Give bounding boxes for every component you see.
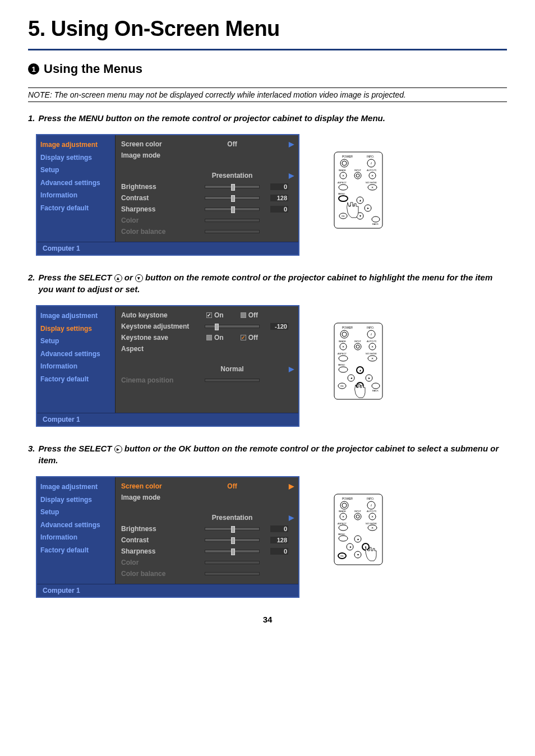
svg-text:▴: ▴ xyxy=(359,199,361,202)
osd1-mi-setup: Setup xyxy=(37,164,115,177)
svg-text:▸: ▸ xyxy=(367,206,369,210)
osd1-colorbalance-label: Color balance xyxy=(121,228,194,236)
svg-text:ASPECT: ASPECT xyxy=(338,522,347,525)
checkbox-icon xyxy=(206,312,212,318)
remote-label-ok: OK xyxy=(342,215,345,218)
checkbox-icon xyxy=(206,335,212,340)
osd1-screencolor-value: Off xyxy=(194,140,270,148)
osd3-contrast-label: Contrast xyxy=(121,536,194,544)
svg-text:INPUT: INPUT xyxy=(354,340,362,343)
osd2-autokeystone-on: On xyxy=(214,311,224,319)
slider-color xyxy=(205,561,260,564)
svg-text:✕: ✕ xyxy=(371,174,373,177)
svg-text:MENU: MENU xyxy=(338,533,345,536)
note-rule-bottom xyxy=(28,102,507,102)
osd-menu-3: Image adjustment Display settings Setup … xyxy=(36,476,299,598)
slider-colorbalance xyxy=(205,572,260,575)
osd2-keystoneadj-label: Keystone adjustment xyxy=(121,322,194,330)
osd1-imagemode-value: Presentation xyxy=(194,172,270,179)
remote-label-menu: MENU xyxy=(338,192,345,195)
osd2-aspect-value: Normal xyxy=(194,365,270,373)
remote-label-image: IMAGE xyxy=(339,169,346,172)
remote-diagram-menu: POWER INFO. i IMAGE INPUT AUTO PC ✕ ✕ AS… xyxy=(333,151,384,229)
osd-menu-1: Image adjustment Display settings Setup … xyxy=(36,134,299,256)
svg-text:▴: ▴ xyxy=(357,537,359,541)
right-arrow-icon: ▸ xyxy=(114,445,122,453)
figure-row-2: Image adjustment Display settings Setup … xyxy=(36,305,507,427)
step-1: 1. Press the MENU button on the remote c… xyxy=(28,112,507,124)
section-bullet: 1 xyxy=(28,63,39,75)
checkbox-icon xyxy=(241,312,246,318)
svg-text:INPUT: INPUT xyxy=(354,510,362,513)
osd2-footer: Computer 1 xyxy=(37,413,298,426)
osd3-mi-factory-default: Factory default xyxy=(37,544,115,557)
note-rule-top xyxy=(28,87,507,88)
svg-text:AUTO PC: AUTO PC xyxy=(367,510,377,513)
up-arrow-icon: ▴ xyxy=(114,274,122,282)
osd3-screencolor-label: Screen color xyxy=(121,482,194,490)
osd3-mi-display-settings: Display settings xyxy=(37,494,115,506)
osd3-brightness-label: Brightness xyxy=(121,525,194,533)
svg-text:✕: ✕ xyxy=(342,174,344,177)
osd2-sidebar: Image adjustment Display settings Setup … xyxy=(37,306,116,413)
osd1-brightness-label: Brightness xyxy=(121,183,194,191)
osd1-mi-advanced-settings: Advanced settings xyxy=(37,177,115,190)
osd3-imagemode-label: Image mode xyxy=(121,494,194,501)
osd3-screencolor-value: Off xyxy=(194,482,270,490)
step-1-text: Press the MENU button on the remote cont… xyxy=(39,112,507,124)
svg-text:i: i xyxy=(371,161,372,165)
osd3-brightness-value: 0 xyxy=(270,525,288,532)
osd2-mi-image-adjustment: Image adjustment xyxy=(37,310,115,322)
remote-label-autopc: AUTO PC xyxy=(367,169,377,172)
osd3-sharpness-label: Sharpness xyxy=(121,547,194,555)
osd3-sharpness-value: 0 xyxy=(270,548,288,555)
osd1-brightness-value: 0 xyxy=(270,183,288,190)
remote-label-input: INPUT xyxy=(354,169,362,172)
osd3-contrast-value: 128 xyxy=(270,537,288,543)
osd2-keystoneadj-value: -120 xyxy=(270,323,288,330)
osd2-cinemapos-label: Cinema position xyxy=(121,376,194,384)
slider-brightness xyxy=(205,527,260,531)
osd2-mi-information: Information xyxy=(37,360,115,373)
slider-contrast xyxy=(205,538,260,542)
osd1-imagemode-label: Image mode xyxy=(121,151,194,159)
osd3-footer: Computer 1 xyxy=(37,584,298,597)
osd1-mi-display-settings: Display settings xyxy=(37,151,115,164)
svg-text:OK: OK xyxy=(340,385,344,388)
svg-text:INFO.: INFO. xyxy=(367,326,374,329)
osd2-keystonesave-on: On xyxy=(214,334,224,342)
step-3-text: Press the SELECT ▸ button or the OK butt… xyxy=(39,442,507,466)
osd2-keystonesave-off: Off xyxy=(248,334,258,342)
osd3-mi-advanced-settings: Advanced settings xyxy=(37,519,115,532)
page-number: 34 xyxy=(28,615,507,624)
right-arrow-icon: ▶ xyxy=(288,172,294,179)
slider-contrast xyxy=(205,196,260,200)
slider-brightness xyxy=(205,185,260,188)
osd3-mi-setup: Setup xyxy=(37,506,115,519)
figure-row-3: Image adjustment Display settings Setup … xyxy=(36,476,507,598)
osd2-mi-factory-default: Factory default xyxy=(37,373,115,386)
note-text: NOTE: The on-screen menu may not be disp… xyxy=(28,89,507,100)
slider-cinemapos xyxy=(205,379,260,382)
remote-label-back: BACK xyxy=(372,223,379,225)
osd3-mi-image-adjustment: Image adjustment xyxy=(37,481,115,494)
svg-text:✕: ✕ xyxy=(371,357,373,360)
svg-text:BACK: BACK xyxy=(372,389,379,392)
osd2-autokeystone-off: Off xyxy=(248,311,258,319)
remote-label-info: INFO. xyxy=(367,155,374,158)
step-2-num: 2. xyxy=(28,271,35,295)
figure-row-1: Image adjustment Display settings Setup … xyxy=(36,134,507,256)
svg-text:▾: ▾ xyxy=(359,214,361,218)
svg-text:i: i xyxy=(371,503,372,508)
svg-text:✕: ✕ xyxy=(371,345,373,348)
svg-text:◂: ◂ xyxy=(349,545,351,548)
osd3-imagemode-value: Presentation xyxy=(194,514,270,522)
osd1-contrast-value: 128 xyxy=(270,195,288,201)
remote-label-aspect: ASPECT xyxy=(338,181,347,184)
right-arrow-icon: ▶ xyxy=(288,514,294,522)
slider-sharpness xyxy=(205,208,260,211)
svg-text:INFO.: INFO. xyxy=(367,497,374,500)
remote-diagram-updown: POWER INFO. i IMAGE INPUT AUTO PC ✕ ✕ AS… xyxy=(333,322,384,400)
osd2-mi-display-settings: Display settings xyxy=(37,322,115,335)
osd2-content: Auto keystone On Off Keystone adjustment… xyxy=(116,306,298,413)
